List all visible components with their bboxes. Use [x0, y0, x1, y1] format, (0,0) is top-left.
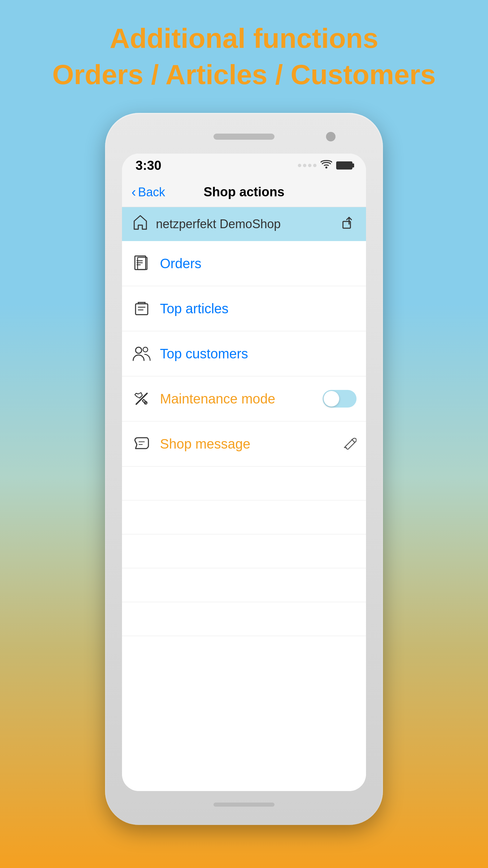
share-icon[interactable] [342, 215, 357, 233]
status-bar: 3:30 [122, 154, 366, 177]
top-customers-label: Top customers [160, 346, 248, 361]
menu-item-top-articles[interactable]: Top articles [122, 286, 366, 331]
menu-item-message-left: Shop message [131, 434, 250, 454]
status-time: 3:30 [136, 158, 161, 173]
menu-item-maintenance-mode[interactable]: Maintenance mode [122, 376, 366, 421]
battery-icon [336, 161, 352, 170]
svg-point-0 [325, 166, 327, 169]
signal-icon [298, 164, 317, 167]
phone-bottom [115, 794, 373, 815]
articles-icon [131, 298, 152, 319]
top-articles-label: Top articles [160, 301, 228, 316]
status-icons [298, 160, 352, 172]
empty-row-2 [122, 500, 366, 534]
empty-row-4 [122, 568, 366, 602]
menu-item-orders[interactable]: Orders [122, 241, 366, 286]
phone-frame: 3:30 [105, 113, 383, 825]
nav-bar: ‹ Back Shop actions [122, 177, 366, 207]
phone-speaker [214, 134, 274, 140]
menu-item-shop-message[interactable]: Shop message [122, 421, 366, 467]
message-icon [131, 434, 152, 454]
phone-screen: 3:30 [122, 154, 366, 791]
svg-point-10 [136, 347, 142, 353]
screen-content: netzperfekt DemoShop [122, 207, 366, 791]
menu-item-top-customers[interactable]: Top customers [122, 331, 366, 376]
maintenance-mode-label: Maintenance mode [160, 391, 275, 407]
empty-row-1 [122, 467, 366, 500]
menu-list: Orders Top art [122, 241, 366, 636]
svg-rect-7 [136, 304, 148, 315]
back-chevron-icon: ‹ [131, 184, 136, 200]
shop-banner-left: netzperfekt DemoShop [131, 214, 281, 235]
nav-title: Shop actions [204, 185, 285, 199]
customers-icon [131, 343, 152, 364]
maintenance-toggle[interactable] [323, 390, 357, 408]
menu-item-maintenance-left: Maintenance mode [131, 389, 275, 409]
shop-banner[interactable]: netzperfekt DemoShop [122, 207, 366, 241]
home-icon [131, 214, 149, 235]
shop-message-label: Shop message [160, 436, 250, 452]
home-bar [214, 803, 274, 807]
svg-point-11 [143, 347, 148, 352]
back-button[interactable]: ‹ Back [131, 184, 165, 200]
edit-icon[interactable] [342, 435, 357, 453]
empty-row-3 [122, 534, 366, 568]
menu-item-articles-left: Top articles [131, 298, 228, 319]
page-title-line1: Additional functions [52, 20, 436, 57]
empty-row-5 [122, 602, 366, 636]
maintenance-icon [131, 389, 152, 409]
back-label: Back [138, 185, 165, 199]
orders-icon [131, 253, 152, 274]
orders-label: Orders [160, 256, 201, 271]
wifi-icon [321, 160, 332, 172]
menu-item-customers-left: Top customers [131, 343, 248, 364]
empty-rows [122, 467, 366, 636]
svg-line-16 [352, 439, 354, 442]
shop-name: netzperfekt DemoShop [156, 217, 281, 231]
phone-notch [115, 123, 373, 150]
page-header: Additional functions Orders / Articles /… [52, 20, 436, 93]
menu-item-orders-left: Orders [131, 253, 201, 274]
toggle-thumb [324, 391, 339, 407]
page-title-line2: Orders / Articles / Customers [52, 57, 436, 93]
phone-camera [326, 132, 336, 141]
